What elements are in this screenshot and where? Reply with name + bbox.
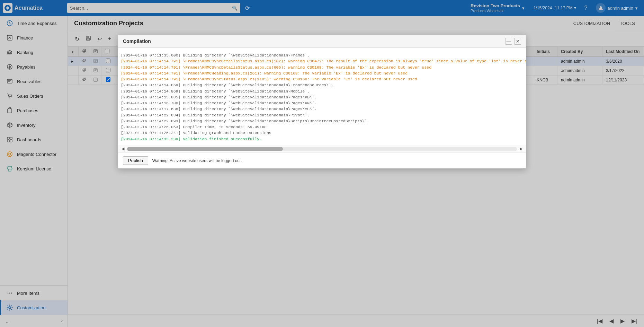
- compilation-modal: Compilation — ✕ [2024-01-16 07:11:35.000…: [118, 35, 526, 169]
- log-line: [2024-01-16 07:14:22.034] Building direc…: [121, 112, 523, 118]
- log-line: [2024-01-16 07:14:16.700] Building direc…: [121, 100, 523, 106]
- log-line: [2024-01-16 07:14:26.053] Compiler time,…: [121, 124, 523, 130]
- log-line: [2024-01-16 07:11:35.000] Building direc…: [121, 52, 523, 58]
- scrollbar-thumb[interactable]: [127, 147, 283, 151]
- compilation-modal-overlay: Compilation — ✕ [2024-01-16 07:11:35.000…: [0, 0, 644, 327]
- modal-footer: Publish Warning. Active website users wi…: [118, 152, 526, 168]
- log-line: [2024-01-16 07:14:17.638] Building direc…: [121, 106, 523, 112]
- log-line: [2024-01-16 07:14:22.893] Building direc…: [121, 118, 523, 124]
- minimize-icon: —: [507, 39, 511, 44]
- log-line: [2024-01-16 07:14:14.869] Building direc…: [121, 82, 523, 88]
- horizontal-scrollbar: ◀ ▶: [118, 145, 526, 152]
- log-line: [2024-01-16 07:14:14.791] \Frames\KNMCSy…: [121, 76, 523, 82]
- close-icon: ✕: [516, 39, 520, 44]
- log-line: [2024-01-16 07:14:33.339] Validation fin…: [121, 136, 523, 142]
- modal-close-button[interactable]: ✕: [514, 38, 521, 45]
- log-line: [2024-01-16 07:14:14.791] \Frames\KNMCSy…: [121, 64, 523, 70]
- log-line: [2024-01-16 07:14:14.791] \Frames\KNMCSy…: [121, 58, 523, 64]
- scroll-right-button[interactable]: ▶: [518, 147, 524, 151]
- modal-warning-text: Warning. Active website users will be lo…: [152, 158, 242, 163]
- compilation-log[interactable]: [2024-01-16 07:11:35.000] Building direc…: [118, 48, 526, 145]
- modal-header: Compilation — ✕: [118, 35, 526, 48]
- log-line: [2024-01-16 07:14:26.241] Validating gra…: [121, 130, 523, 136]
- log-line: [2024-01-16 07:14:14.791] \Frames\KNMCHe…: [121, 70, 523, 76]
- scrollbar-track[interactable]: [127, 147, 517, 151]
- modal-minimize-button[interactable]: —: [505, 38, 512, 45]
- modal-controls: — ✕: [505, 38, 521, 45]
- modal-title: Compilation: [123, 38, 151, 44]
- log-line: [2024-01-16 07:14:15.885] Building direc…: [121, 94, 523, 100]
- log-line: [2024-01-16 07:14:14.869] Building direc…: [121, 88, 523, 94]
- modal-publish-button[interactable]: Publish: [123, 156, 148, 165]
- scroll-left-button[interactable]: ◀: [120, 147, 126, 151]
